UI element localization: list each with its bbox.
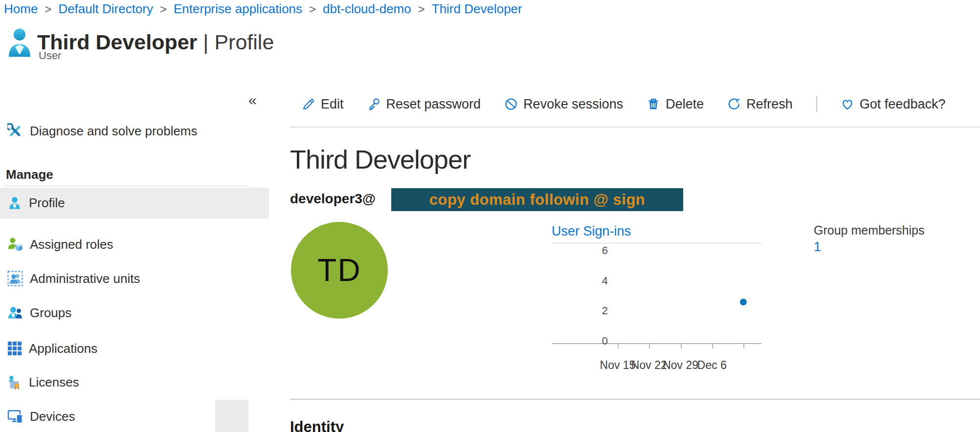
trash-icon bbox=[646, 97, 660, 111]
chart-title-divider bbox=[552, 243, 761, 243]
y-axis-label: 2 bbox=[593, 304, 608, 317]
avatar-initials: TD bbox=[317, 252, 361, 288]
toolbar-separator bbox=[816, 96, 817, 112]
delete-button[interactable]: Delete bbox=[646, 97, 704, 112]
x-axis-tick bbox=[743, 344, 744, 348]
chart-x-axis bbox=[552, 343, 761, 344]
button-label: Got feedback? bbox=[860, 97, 946, 112]
y-axis-label: 0 bbox=[593, 335, 608, 347]
y-axis-label: 6 bbox=[593, 244, 608, 257]
sidebar-item-profile[interactable]: Profile bbox=[0, 188, 269, 218]
person-icon bbox=[7, 196, 22, 211]
pencil-icon bbox=[302, 97, 315, 111]
button-label: Refresh bbox=[746, 97, 793, 112]
groups-icon bbox=[7, 305, 23, 321]
refresh-button[interactable]: Refresh bbox=[727, 97, 793, 112]
x-axis-tick bbox=[649, 344, 650, 348]
command-bar: Edit Reset password Revoke sessions Dele… bbox=[302, 93, 945, 115]
sidebar-item-diagnose[interactable]: Diagnose and solve problems bbox=[0, 117, 269, 145]
sidebar-item-groups[interactable]: Groups bbox=[0, 298, 269, 328]
sidebar-item-label: Devices bbox=[30, 409, 75, 424]
administrative-units-icon bbox=[7, 271, 23, 286]
signin-chart: User Sign-ins 0246Nov 15Nov 22Nov 29Dec … bbox=[552, 224, 763, 380]
edit-button[interactable]: Edit bbox=[302, 97, 344, 112]
breadcrumb: Home > Default Directory > Enterprise ap… bbox=[4, 1, 522, 17]
refresh-icon bbox=[727, 97, 741, 111]
breadcrumb-separator: > bbox=[160, 2, 167, 16]
x-axis-tick bbox=[618, 344, 619, 348]
breadcrumb-home[interactable]: Home bbox=[4, 1, 38, 17]
user-sign-ins-link[interactable]: User Sign-ins bbox=[552, 224, 631, 239]
button-label: Delete bbox=[666, 97, 704, 112]
y-axis-label: 4 bbox=[593, 275, 608, 287]
user-principal-name: developer3@ bbox=[290, 191, 376, 207]
toolbar-divider bbox=[290, 127, 980, 128]
got-feedback-button[interactable]: Got feedback? bbox=[841, 97, 946, 112]
group-memberships-link[interactable]: 1 bbox=[814, 239, 821, 255]
blocked-icon bbox=[504, 97, 518, 111]
sidebar-item-label: Assigned roles bbox=[30, 237, 113, 252]
sidebar-item-applications[interactable]: Applications bbox=[0, 333, 269, 364]
avatar: TD bbox=[291, 222, 388, 319]
reset-password-button[interactable]: Reset password bbox=[367, 97, 481, 112]
applications-grid-icon bbox=[7, 341, 22, 356]
x-axis-tick bbox=[712, 344, 713, 348]
sidebar-item-label: Administrative units bbox=[30, 271, 140, 286]
data-point bbox=[740, 299, 747, 305]
key-icon bbox=[367, 97, 381, 111]
sidebar-item-label: Diagnose and solve problems bbox=[30, 124, 198, 139]
sidebar-collapse-button[interactable]: « bbox=[248, 92, 257, 108]
breadcrumb-separator: > bbox=[418, 2, 425, 16]
sidebar-item-licenses[interactable]: Licenses bbox=[0, 367, 269, 397]
x-axis-label: Dec 6 bbox=[690, 359, 734, 372]
assigned-roles-icon bbox=[7, 237, 23, 252]
tools-icon bbox=[7, 123, 23, 139]
licenses-icon bbox=[7, 375, 22, 389]
sidebar-item-label: Licenses bbox=[29, 375, 79, 390]
profile-name-heading: Third Developer bbox=[290, 144, 470, 174]
section-divider bbox=[290, 399, 980, 400]
redaction-overlay: copy domain followin @ sign bbox=[391, 188, 683, 211]
breadcrumb-enterprise-applications[interactable]: Enterprise applications bbox=[174, 1, 302, 17]
devices-icon bbox=[7, 409, 23, 424]
breadcrumb-separator: > bbox=[309, 2, 316, 16]
sidebar-item-administrative-units[interactable]: Administrative units bbox=[0, 263, 269, 294]
revoke-sessions-button[interactable]: Revoke sessions bbox=[504, 97, 623, 112]
heart-icon bbox=[841, 97, 854, 111]
page-title: Third Developer | Profile bbox=[37, 30, 274, 54]
button-label: Edit bbox=[321, 97, 344, 112]
breadcrumb-separator: > bbox=[45, 2, 51, 16]
sidebar-divider bbox=[4, 186, 248, 186]
group-memberships-label: Group memberships bbox=[814, 223, 924, 238]
breadcrumb-default-directory[interactable]: Default Directory bbox=[58, 1, 153, 17]
x-axis-tick bbox=[681, 344, 682, 348]
button-label: Revoke sessions bbox=[523, 97, 623, 112]
sidebar-item-label: Groups bbox=[30, 305, 71, 321]
breadcrumb-third-developer[interactable]: Third Developer bbox=[432, 1, 522, 17]
sidebar-scrollbar-thumb[interactable] bbox=[215, 400, 248, 432]
page-subtitle: User bbox=[39, 49, 61, 62]
sidebar-section-manage: Manage bbox=[6, 167, 53, 182]
user-avatar-icon bbox=[7, 27, 32, 60]
sidebar-item-label: Profile bbox=[29, 195, 65, 211]
sidebar-item-assigned-roles[interactable]: Assigned roles bbox=[0, 229, 269, 259]
sidebar-item-label: Applications bbox=[29, 341, 97, 356]
breadcrumb-dbt-cloud-demo[interactable]: dbt-cloud-demo bbox=[323, 1, 411, 17]
page-title-suffix: | Profile bbox=[203, 30, 274, 54]
identity-section-heading: Identity bbox=[290, 418, 344, 432]
button-label: Reset password bbox=[386, 97, 481, 112]
